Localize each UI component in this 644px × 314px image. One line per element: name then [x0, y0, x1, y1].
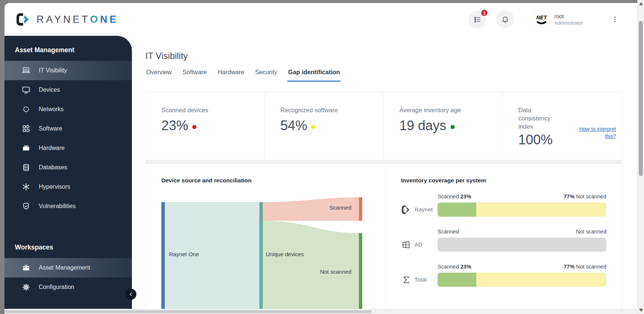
chevron-left-icon: [128, 291, 134, 297]
sidebar-item-vulnerabilities[interactable]: Vulnerabilities: [4, 197, 132, 216]
coverage-bar-block: ScannedNot scanned: [438, 229, 606, 252]
not-scanned-label: 77% Not scanned: [564, 194, 606, 200]
sidebar-item-label: Hypervisors: [39, 183, 70, 190]
tab-hardware[interactable]: Hardware: [217, 69, 245, 82]
kpi-row: Scanned devices23%Recognized software54%…: [145, 92, 622, 160]
logo-primary: RAYNET: [37, 14, 90, 25]
scroll-up-arrow-icon[interactable]: [639, 2, 643, 5]
browser-viewport: RAYNETONE 1: [0, 0, 644, 314]
bell-icon: [501, 15, 509, 24]
tab-bar: OverviewSoftwareHardwareSecurityGap iden…: [145, 69, 637, 82]
sidebar-item-label: Asset Management: [39, 264, 90, 271]
avatar-text: NET: [536, 15, 547, 21]
main-content: IT Visibility OverviewSoftwareHardwareSe…: [132, 36, 637, 309]
kpi-card-scanned-devices: Scanned devices23%: [146, 92, 265, 160]
horizontal-scrollbar-thumb[interactable]: [4, 310, 372, 313]
sidebar-item-devices[interactable]: Devices: [4, 80, 132, 100]
scroll-down-arrow-icon[interactable]: [639, 309, 643, 312]
coverage-rows: RaynetScanned 23%77% Not scannedADScanne…: [401, 194, 606, 287]
gear-icon: [22, 283, 31, 292]
coverage-row-ad: ADScannedNot scanned: [401, 229, 606, 252]
sankey-title: Device source and reconciliation: [161, 177, 386, 184]
kpi-value: 19 days: [400, 118, 496, 134]
sankey-node-label-unique-devices: Unique devices: [266, 251, 304, 257]
hardware-icon: [22, 144, 31, 153]
devices-icon: [22, 85, 31, 94]
coverage-bar-block: Scanned 23%77% Not scanned: [438, 194, 606, 217]
user-meta: root Administrator: [554, 13, 583, 26]
more-options-button[interactable]: [610, 14, 620, 25]
coverage-system-name: Raynet: [414, 206, 433, 213]
logo-secondary: ONE: [90, 14, 119, 25]
scanned-label: Scanned 23%: [438, 194, 471, 200]
kpi-card-average-inventory-age: Average inventory age19 days: [384, 92, 503, 160]
sidebar-section-asset-management: Asset ManagementIT VisibilityDevicesNetw…: [4, 38, 132, 216]
kpi-value: 54%: [280, 118, 377, 134]
status-dot: [451, 125, 455, 129]
sidebar-item-label: Software: [39, 125, 62, 132]
scanned-segment: [438, 273, 476, 287]
coverage-title: Inventory coverage per system: [401, 177, 606, 184]
user-menu[interactable]: NET root Administrator: [533, 11, 583, 28]
kpi-card-data-consistency-index: Data consistency index100%How to interpr…: [503, 92, 621, 160]
sidebar-item-networks[interactable]: Networks: [4, 100, 132, 119]
coverage-panel: Inventory coverage per system RaynetScan…: [386, 164, 621, 309]
sidebar-item-label: Configuration: [39, 284, 74, 291]
tab-software[interactable]: Software: [182, 69, 208, 82]
sidebar-collapse-button[interactable]: [125, 289, 136, 300]
logo-one-ne: NE: [100, 14, 119, 25]
sidebar-item-software[interactable]: Software: [4, 119, 132, 138]
sankey-chart: [146, 164, 386, 309]
coverage-system: AD: [401, 238, 438, 252]
briefcase-icon: [22, 263, 31, 272]
tab-security[interactable]: Security: [254, 69, 278, 82]
kpi-card-recognized-software: Recognized software54%: [265, 92, 383, 160]
coverage-row-total: TotalScanned 23%77% Not scanned: [401, 264, 606, 287]
header-actions: 1 NET: [459, 10, 620, 28]
kpi-label: Data consistency index: [518, 106, 560, 131]
tab-gap-identification[interactable]: Gap identification: [287, 69, 341, 82]
status-dot: [311, 125, 315, 129]
not-scanned-segment: [476, 273, 606, 287]
ad-grid-icon: [401, 240, 411, 250]
logo-one-o: O: [90, 14, 100, 25]
coverage-labels: Scanned 23%77% Not scanned: [438, 264, 606, 270]
tab-overview[interactable]: Overview: [145, 69, 173, 82]
sidebar-item-configuration[interactable]: Configuration: [4, 277, 132, 297]
networks-icon: [22, 105, 31, 114]
sidebar-item-hypervisors[interactable]: Hypervisors: [4, 177, 132, 197]
sidebar-item-databases[interactable]: Databases: [4, 158, 132, 177]
sidebar-item-it-visibility[interactable]: IT Visibility: [4, 61, 132, 80]
sankey-node-label-not-scanned: Not scanned: [320, 269, 351, 275]
coverage-row-raynet: RaynetScanned 23%77% Not scanned: [401, 194, 606, 217]
sidebar-item-asset-management[interactable]: Asset Management: [4, 258, 132, 277]
sidebar-item-hardware[interactable]: Hardware: [4, 138, 132, 158]
raynet-logo[interactable]: RAYNETONE: [16, 12, 119, 26]
sidebar-nav: Asset ManagementIT VisibilityDevicesNetw…: [4, 38, 132, 297]
coverage-labels: ScannedNot scanned: [438, 229, 606, 235]
notifications-button[interactable]: [496, 10, 514, 28]
software-icon: [22, 124, 31, 133]
sidebar-item-label: Hardware: [39, 145, 64, 151]
kpi-label: Scanned devices: [161, 106, 258, 114]
coverage-system-name: Total: [414, 276, 427, 283]
vertical-scrollbar-thumb[interactable]: [639, 21, 643, 176]
kebab-menu-icon: [611, 16, 619, 23]
coverage-bar: [438, 273, 606, 287]
tasks-button[interactable]: 1: [468, 10, 486, 28]
vertical-scrollbar[interactable]: [637, 0, 644, 314]
hypervisors-icon: [22, 182, 31, 191]
how-to-interpret-link[interactable]: How to interpret this?: [578, 126, 616, 140]
coverage-bar: [438, 238, 606, 252]
sankey-node-label-scanned: Scanned: [329, 204, 351, 211]
scanned-segment: [438, 202, 476, 217]
kpi-value: 23%: [161, 118, 258, 134]
not-scanned-label: Not scanned: [576, 229, 606, 235]
coverage-system: Total: [401, 273, 438, 287]
vulnerabilities-icon: [22, 202, 31, 211]
horizontal-scrollbar[interactable]: [4, 309, 637, 314]
scanned-label: Scanned 23%: [438, 264, 471, 270]
sidebar-item-label: Databases: [39, 164, 67, 171]
sidebar-section-workspaces: WorkspacesAsset ManagementConfiguration: [4, 235, 132, 297]
databases-icon: [22, 163, 31, 172]
